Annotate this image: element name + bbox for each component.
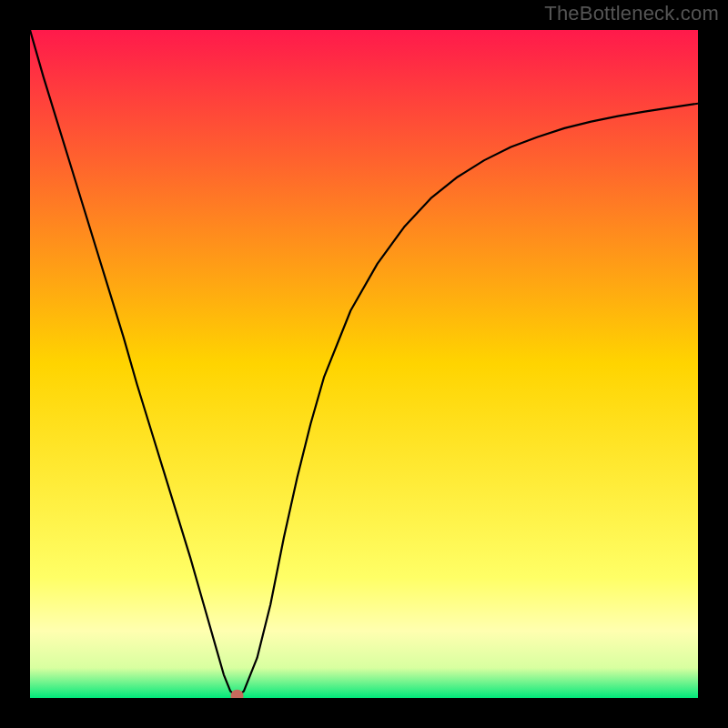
chart-frame: TheBottleneck.com — [0, 0, 728, 728]
chart-svg — [30, 30, 698, 698]
plot-area — [30, 30, 698, 698]
watermark-text: TheBottleneck.com — [544, 2, 719, 25]
